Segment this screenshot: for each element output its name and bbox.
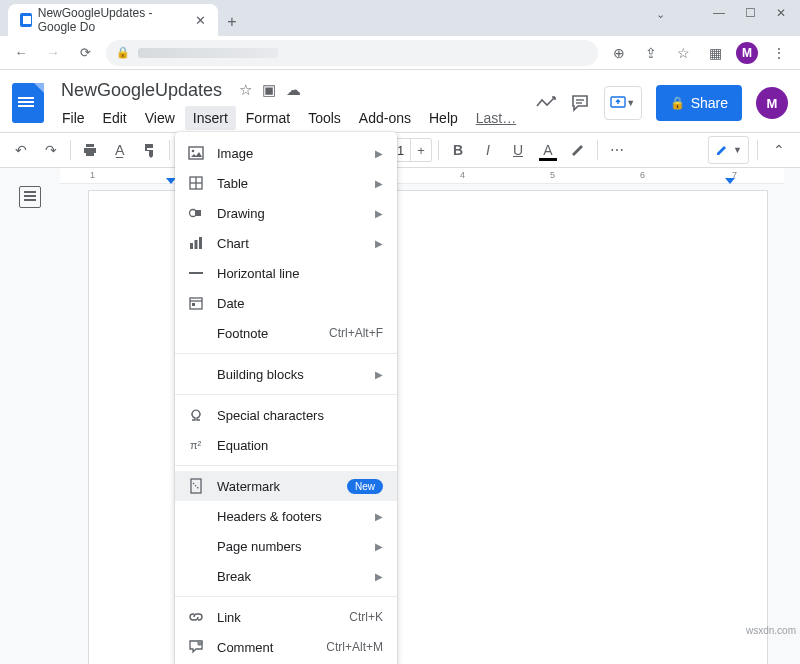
insert-comment[interactable]: CommentCtrl+Alt+M bbox=[175, 632, 397, 662]
menu-item-label: Headers & footers bbox=[217, 509, 363, 524]
menu-item-label: Page numbers bbox=[217, 539, 363, 554]
menu-item-label: Table bbox=[217, 176, 363, 191]
insert-equation[interactable]: π²Equation bbox=[175, 430, 397, 460]
svg-line-19 bbox=[193, 483, 199, 489]
menu-insert[interactable]: Insert bbox=[185, 106, 236, 130]
insert-table[interactable]: Table▶ bbox=[175, 168, 397, 198]
document-title-input[interactable]: NewGoogleUpdates bbox=[54, 77, 229, 104]
extensions-icon[interactable]: ▦ bbox=[704, 42, 726, 64]
close-window-icon[interactable]: ✕ bbox=[776, 6, 786, 20]
insert-headers-footers[interactable]: Headers & footers▶ bbox=[175, 501, 397, 531]
menu-tools[interactable]: Tools bbox=[300, 106, 349, 130]
share-lock-icon: 🔒 bbox=[670, 96, 685, 110]
minimize-icon[interactable]: — bbox=[713, 6, 725, 20]
new-badge: New bbox=[347, 479, 383, 494]
maximize-icon[interactable]: ☐ bbox=[745, 6, 756, 20]
insert-watermark[interactable]: WatermarkNew bbox=[175, 471, 397, 501]
present-button[interactable]: ▼ bbox=[604, 86, 642, 120]
insert-break[interactable]: Break▶ bbox=[175, 561, 397, 591]
blank-icon bbox=[187, 365, 205, 383]
insert-horizontal-line[interactable]: Horizontal line bbox=[175, 258, 397, 288]
insert-special-characters[interactable]: Special characters bbox=[175, 400, 397, 430]
url-input[interactable]: 🔒 bbox=[106, 40, 598, 66]
svg-rect-14 bbox=[190, 298, 202, 309]
source-watermark: wsxdn.com bbox=[746, 625, 796, 636]
bookmark-icon[interactable]: ☆ bbox=[672, 42, 694, 64]
share-label: Share bbox=[691, 95, 728, 111]
highlight-button[interactable] bbox=[565, 137, 591, 163]
insert-chart[interactable]: Chart▶ bbox=[175, 228, 397, 258]
font-size-increase[interactable]: + bbox=[411, 143, 431, 158]
cloud-status-icon[interactable]: ☁ bbox=[286, 81, 301, 99]
hide-menus-button[interactable]: ⌃ bbox=[766, 137, 792, 163]
menu-last[interactable]: Last… bbox=[468, 106, 524, 130]
google-account-avatar[interactable]: M bbox=[756, 87, 788, 119]
comments-icon[interactable] bbox=[570, 93, 590, 113]
insert-drawing[interactable]: Drawing▶ bbox=[175, 198, 397, 228]
menu-format[interactable]: Format bbox=[238, 106, 298, 130]
redo-button[interactable]: ↷ bbox=[38, 137, 64, 163]
date-icon bbox=[187, 294, 205, 312]
zoom-icon[interactable]: ⊕ bbox=[608, 42, 630, 64]
tab-overflow-icon[interactable]: ⌄ bbox=[656, 8, 665, 21]
insert-page-numbers[interactable]: Page numbers▶ bbox=[175, 531, 397, 561]
insert-date[interactable]: Date bbox=[175, 288, 397, 318]
menubar: FileEditViewInsertFormatToolsAdd-onsHelp… bbox=[54, 106, 526, 130]
print-button[interactable] bbox=[77, 137, 103, 163]
docs-logo-icon[interactable] bbox=[12, 83, 44, 123]
menu-addons[interactable]: Add-ons bbox=[351, 106, 419, 130]
blank-icon bbox=[187, 567, 205, 585]
browser-menu-icon[interactable]: ⋮ bbox=[768, 42, 790, 64]
menu-item-label: Watermark bbox=[217, 479, 335, 494]
menu-file[interactable]: File bbox=[54, 106, 93, 130]
insert-footnote[interactable]: FootnoteCtrl+Alt+F bbox=[175, 318, 397, 348]
submenu-arrow-icon: ▶ bbox=[375, 511, 383, 522]
tab-close-icon[interactable]: ✕ bbox=[195, 13, 206, 28]
menu-help[interactable]: Help bbox=[421, 106, 466, 130]
menu-separator bbox=[175, 353, 397, 354]
new-tab-button[interactable]: + bbox=[218, 8, 246, 36]
undo-button[interactable]: ↶ bbox=[8, 137, 34, 163]
share-button[interactable]: 🔒 Share bbox=[656, 85, 742, 121]
menu-item-label: Link bbox=[217, 610, 337, 625]
spellcheck-button[interactable]: A̲ bbox=[107, 137, 133, 163]
browser-tab[interactable]: NewGoogleUpdates - Google Do ✕ bbox=[8, 4, 218, 36]
insert-menu-dropdown: Image▶Table▶Drawing▶Chart▶Horizontal lin… bbox=[175, 132, 397, 664]
paint-format-button[interactable] bbox=[137, 137, 163, 163]
menu-item-label: Horizontal line bbox=[217, 266, 383, 281]
shortcut-label: Ctrl+K bbox=[349, 610, 383, 624]
insert-link[interactable]: LinkCtrl+K bbox=[175, 602, 397, 632]
insert-image[interactable]: Image▶ bbox=[175, 138, 397, 168]
more-toolbar-button[interactable]: ⋯ bbox=[604, 137, 630, 163]
star-icon[interactable]: ☆ bbox=[239, 81, 252, 99]
horizontal-ruler[interactable]: 134567 bbox=[60, 168, 784, 184]
browser-address-bar: ← → ⟳ 🔒 ⊕ ⇪ ☆ ▦ M ⋮ bbox=[0, 36, 800, 70]
document-canvas[interactable]: 134567 bbox=[60, 168, 784, 664]
text-color-button[interactable]: A bbox=[535, 137, 561, 163]
menu-item-label: Drawing bbox=[217, 206, 363, 221]
menu-view[interactable]: View bbox=[137, 106, 183, 130]
editing-mode-button[interactable]: ▼ bbox=[708, 136, 749, 164]
submenu-arrow-icon: ▶ bbox=[375, 208, 383, 219]
table-icon bbox=[187, 174, 205, 192]
watermark-icon bbox=[187, 477, 205, 495]
reload-button[interactable]: ⟳ bbox=[74, 42, 96, 64]
svg-point-4 bbox=[192, 150, 195, 153]
back-button[interactable]: ← bbox=[10, 42, 32, 64]
move-icon[interactable]: ▣ bbox=[262, 81, 276, 99]
activity-icon[interactable] bbox=[536, 96, 556, 110]
menu-edit[interactable]: Edit bbox=[95, 106, 135, 130]
browser-titlebar: NewGoogleUpdates - Google Do ✕ + ⌄ — ☐ ✕ bbox=[0, 0, 800, 36]
browser-profile-avatar[interactable]: M bbox=[736, 42, 758, 64]
shortcut-label: Ctrl+Alt+M bbox=[326, 640, 383, 654]
italic-button[interactable]: I bbox=[475, 137, 501, 163]
ruler-tick: 6 bbox=[640, 170, 645, 180]
comment-icon bbox=[187, 638, 205, 656]
insert-building-blocks[interactable]: Building blocks▶ bbox=[175, 359, 397, 389]
outline-toggle-icon[interactable] bbox=[19, 186, 41, 208]
workspace: 134567 bbox=[0, 168, 800, 664]
bold-button[interactable]: B bbox=[445, 137, 471, 163]
underline-button[interactable]: U bbox=[505, 137, 531, 163]
share-url-icon[interactable]: ⇪ bbox=[640, 42, 662, 64]
drawing-icon bbox=[187, 204, 205, 222]
